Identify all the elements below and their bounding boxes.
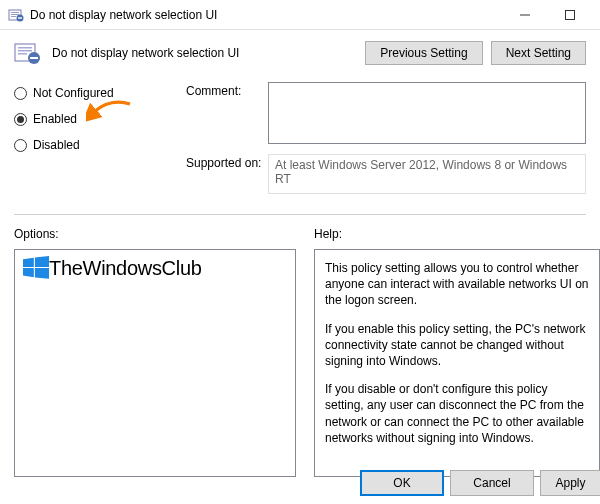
setting-title: Do not display network selection UI [50, 46, 357, 60]
ok-button[interactable]: OK [360, 470, 444, 496]
radio-label: Disabled [33, 138, 80, 152]
cancel-button[interactable]: Cancel [450, 470, 534, 496]
svg-rect-11 [18, 53, 27, 55]
next-setting-button[interactable]: Next Setting [491, 41, 586, 65]
svg-rect-9 [18, 47, 32, 49]
policy-icon [8, 7, 24, 23]
supported-on-label: Supported on: [186, 154, 268, 194]
svg-rect-13 [30, 57, 38, 59]
help-text: This policy setting allows you to contro… [314, 249, 600, 477]
options-label: Options: [14, 227, 296, 241]
svg-rect-6 [520, 14, 530, 15]
svg-rect-3 [11, 16, 16, 17]
supported-on-text: At least Windows Server 2012, Windows 8 … [268, 154, 586, 194]
options-panel: TheWindowsClub [14, 249, 296, 477]
comment-label: Comment: [186, 82, 268, 144]
help-paragraph: If you disable or don't configure this p… [325, 381, 589, 446]
radio-label: Enabled [33, 112, 77, 126]
header-row: Do not display network selection UI Prev… [0, 30, 600, 76]
previous-setting-button[interactable]: Previous Setting [365, 41, 482, 65]
maximize-button[interactable] [547, 1, 592, 29]
watermark: TheWindowsClub [23, 256, 202, 280]
policy-large-icon [14, 40, 42, 66]
apply-button[interactable]: Apply [540, 470, 600, 496]
radio-enabled[interactable]: Enabled [14, 112, 186, 126]
radio-icon [14, 113, 27, 126]
window-title: Do not display network selection UI [30, 8, 502, 22]
radio-icon [14, 87, 27, 100]
radio-label: Not Configured [33, 86, 114, 100]
help-label: Help: [314, 227, 600, 241]
window-titlebar: Do not display network selection UI [0, 0, 600, 30]
svg-rect-10 [18, 50, 32, 52]
help-paragraph: If you enable this policy setting, the P… [325, 321, 589, 370]
radio-disabled[interactable]: Disabled [14, 138, 186, 152]
radio-icon [14, 139, 27, 152]
svg-rect-5 [18, 17, 22, 18]
watermark-text: TheWindowsClub [49, 257, 202, 280]
windows-logo-icon [23, 256, 49, 280]
svg-rect-7 [565, 10, 574, 19]
comment-textarea[interactable] [268, 82, 586, 144]
radio-not-configured[interactable]: Not Configured [14, 86, 186, 100]
help-paragraph: This policy setting allows you to contro… [325, 260, 589, 309]
svg-rect-1 [11, 12, 19, 13]
svg-rect-2 [11, 14, 19, 15]
dialog-footer: OK Cancel Apply [360, 462, 600, 504]
minimize-button[interactable] [502, 1, 547, 29]
